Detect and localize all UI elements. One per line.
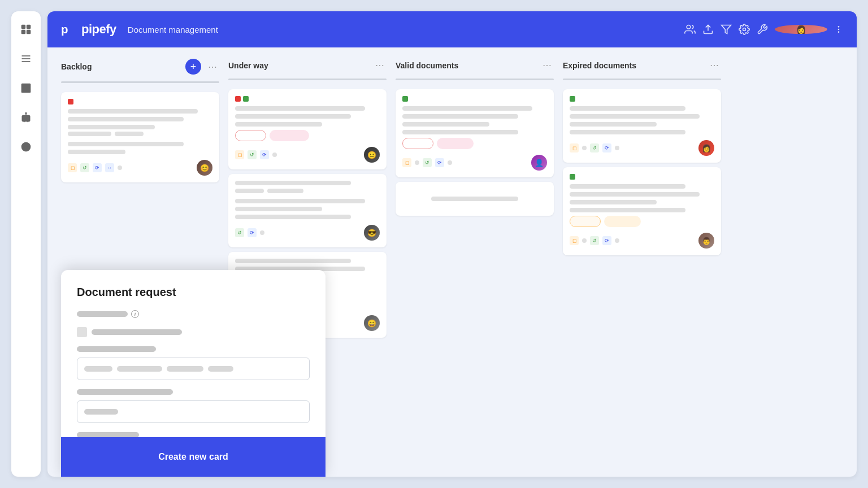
placeholder-chip — [208, 366, 233, 372]
column-backlog-header: Backlog + ⋯ — [61, 59, 219, 75]
card-icon-dot — [118, 165, 122, 170]
column-expired-title: Expired documents — [563, 61, 703, 70]
tag-red — [235, 96, 241, 102]
form-label-row-1: i — [77, 310, 310, 318]
form-field-2 — [77, 346, 310, 380]
card-line — [68, 142, 184, 146]
card-valid-2 — [396, 182, 554, 216]
card-line — [68, 117, 184, 121]
settings-icon-btn[interactable] — [739, 20, 750, 38]
placeholder-chip — [167, 366, 203, 372]
card-icon: ↺ — [235, 228, 244, 237]
card-icon-dot — [272, 152, 277, 157]
pill-fill — [270, 130, 309, 141]
card-line — [267, 189, 303, 193]
upload-label — [92, 329, 182, 335]
column-underway-title: Under way — [228, 61, 368, 70]
card-icons: ◻ ↺ ⟳ — [570, 143, 619, 152]
field-2-inner — [84, 366, 233, 372]
card-icon: ↔ — [105, 163, 114, 172]
card-line — [68, 132, 111, 136]
backlog-more-btn[interactable]: ⋯ — [206, 60, 219, 73]
card-line — [115, 132, 144, 136]
valid-more-btn[interactable]: ⋯ — [540, 59, 554, 72]
card-avatar: 👤 — [531, 155, 547, 171]
card-icon-dot — [615, 146, 619, 150]
create-card-footer[interactable]: Create new card — [61, 437, 326, 477]
placeholder-chip — [117, 366, 162, 372]
card-line — [402, 130, 518, 134]
board-area: Backlog + ⋯ — [47, 47, 857, 477]
card-underway-2-footer: ↺ ⟳ 😎 — [235, 225, 380, 241]
underway-more-btn[interactable]: ⋯ — [373, 59, 387, 72]
card-icon: ⟳ — [602, 143, 611, 152]
people-icon-btn[interactable] — [684, 20, 696, 38]
expired-underline — [563, 79, 721, 80]
create-card-button-label: Create new card — [158, 452, 228, 462]
card-line — [431, 197, 518, 201]
card-line — [402, 106, 532, 111]
card-icon-dot — [415, 160, 419, 165]
card-icons: ◻ ↺ ⟳ ↔ — [68, 163, 122, 172]
svg-rect-2 — [22, 30, 25, 34]
header: p pipefy Document management — [47, 11, 857, 47]
wrench-icon-btn[interactable] — [757, 20, 768, 38]
card-icon: ⟳ — [435, 158, 444, 167]
backlog-add-btn[interactable]: + — [185, 59, 201, 75]
filter-icon-btn[interactable] — [721, 20, 732, 38]
card-line — [235, 199, 365, 203]
field-3-input[interactable] — [77, 400, 310, 423]
card-icon: ⟳ — [260, 150, 269, 159]
card-icon: ◻ — [570, 143, 579, 152]
sidebar-item-list[interactable] — [17, 50, 35, 68]
card-line — [235, 106, 365, 111]
valid-underline — [396, 79, 554, 80]
card-line — [570, 122, 657, 127]
column-valid-header: Valid documents ⋯ — [396, 59, 554, 72]
card-backlog-1-footer: ◻ ↺ ⟳ ↔ 😊 — [68, 160, 212, 176]
pill-row — [235, 130, 380, 141]
card-icon: ⟳ — [93, 163, 102, 172]
card-line — [570, 114, 700, 119]
field-2-input[interactable] — [77, 358, 310, 380]
card-underway-1: ◻ ↺ ⟳ 😐 — [228, 89, 387, 169]
card-valid-1: ◻ ↺ ⟳ 👤 — [396, 89, 554, 177]
column-expired: Expired documents ⋯ ◻ — [563, 59, 721, 465]
card-icon-dot — [615, 238, 619, 243]
sidebar-item-grid[interactable] — [17, 20, 35, 38]
card-icon: ↺ — [80, 163, 89, 172]
card-icon: ◻ — [68, 163, 77, 172]
card-expired-1: ◻ ↺ ⟳ 👩 — [563, 89, 721, 163]
form-field-3 — [77, 389, 310, 423]
header-left: p pipefy Document management — [61, 21, 218, 37]
card-line — [68, 150, 125, 154]
card-line — [402, 114, 518, 119]
svg-point-13 — [27, 117, 28, 119]
pill-fill-pink — [437, 138, 474, 149]
form-section-label-2 — [77, 346, 156, 352]
pill-fill-orange — [604, 216, 641, 227]
column-valid-title: Valid documents — [396, 61, 536, 70]
svg-point-22 — [743, 28, 746, 31]
svg-point-23 — [838, 26, 840, 28]
info-icon[interactable]: i — [131, 310, 139, 318]
sidebar-item-globe[interactable] — [17, 138, 35, 156]
tag-green — [570, 174, 575, 180]
card-icons: ◻ ↺ ⟳ — [570, 236, 619, 245]
card-icon: ⟳ — [248, 228, 257, 237]
pipefy-logo-icon: p — [61, 21, 77, 37]
form-field-1: i — [77, 310, 310, 318]
expired-more-btn[interactable]: ⋯ — [708, 59, 721, 72]
backlog-underline — [61, 81, 219, 83]
sidebar-item-bot[interactable] — [17, 108, 35, 127]
underway-underline — [228, 79, 387, 80]
card-icon: ↺ — [248, 150, 257, 159]
card-line — [235, 207, 322, 211]
more-icon-btn[interactable] — [834, 20, 843, 38]
card-icon: ◻ — [402, 158, 411, 167]
user-avatar[interactable]: 👩 — [775, 25, 827, 34]
sidebar-item-table[interactable] — [17, 79, 35, 97]
column-backlog-title: Backlog — [61, 62, 181, 71]
column-valid: Valid documents ⋯ — [396, 59, 554, 465]
export-icon-btn[interactable] — [702, 20, 714, 38]
